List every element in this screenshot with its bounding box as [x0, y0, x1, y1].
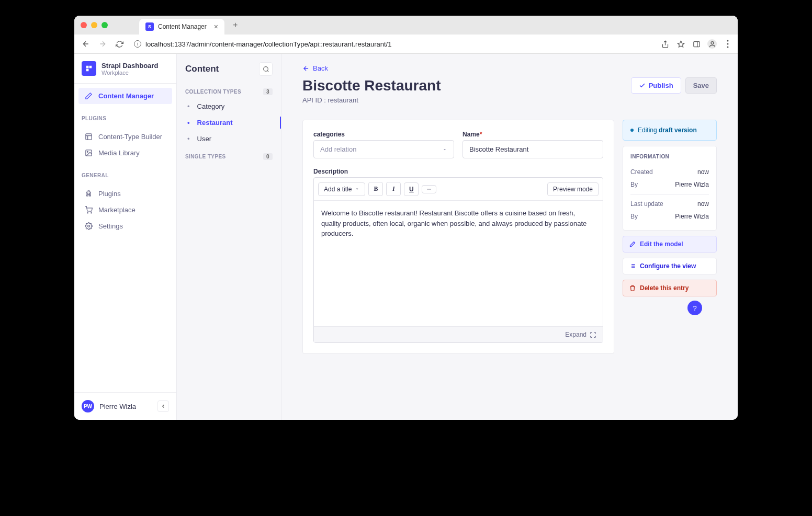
svg-point-5 — [727, 43, 729, 45]
editor-expand-button[interactable]: Expand — [314, 326, 603, 342]
save-button[interactable]: Save — [685, 77, 717, 94]
edit-model-button[interactable]: Edit the model — [623, 236, 717, 253]
help-fab-button[interactable]: ? — [687, 301, 702, 315]
window-close-icon[interactable] — [81, 22, 87, 28]
back-link[interactable]: Back — [302, 64, 717, 72]
editor-toolbar: Add a title B I U Preview mode — [314, 178, 603, 201]
nav-back-button[interactable] — [80, 38, 92, 50]
delete-entry-button[interactable]: Delete this entry — [623, 280, 717, 296]
window-maximize-icon[interactable] — [102, 22, 108, 28]
heading-dropdown[interactable]: Add a title — [318, 182, 365, 196]
nav-content-type-builder[interactable]: Content-Type Builder — [78, 129, 172, 145]
name-label: Name* — [463, 131, 603, 138]
collection-item-restaurant[interactable]: Restaurant — [177, 114, 281, 131]
more-button[interactable] — [422, 185, 436, 193]
layout-icon — [84, 133, 93, 141]
bold-button[interactable]: B — [368, 182, 383, 196]
preview-mode-button[interactable]: Preview mode — [547, 182, 599, 196]
brand-title: Strapi Dashboard — [102, 62, 158, 70]
status-box: Editing draft version — [623, 120, 717, 141]
heading-label: Add a title — [324, 186, 352, 193]
description-editor: Add a title B I U Preview mode — [313, 177, 603, 343]
svg-rect-9 — [86, 69, 89, 72]
main-content: Back Biscotte Restaurant API ID : restau… — [281, 54, 738, 420]
info-card: INFORMATION Creatednow ByPierre Wizla La… — [623, 146, 717, 231]
publish-label: Publish — [649, 82, 673, 89]
brand-block[interactable]: Strapi Dashboard Workplace — [74, 54, 176, 84]
bookmark-star-icon[interactable] — [676, 39, 685, 49]
expand-icon — [590, 331, 596, 338]
user-name: Pierre Wizla — [99, 403, 152, 410]
svg-point-20 — [428, 189, 428, 189]
single-types-header: SINGLE TYPES — [185, 154, 226, 159]
browser-chrome: S Content Manager × + i localhost:1337/a… — [74, 16, 738, 54]
nav-media-library[interactable]: Media Library — [78, 145, 172, 161]
nav-header-general: GENERAL — [74, 165, 176, 181]
check-icon — [639, 82, 646, 89]
panel-icon[interactable] — [692, 39, 701, 49]
svg-line-19 — [267, 71, 268, 72]
svg-point-4 — [727, 40, 729, 42]
nav-reload-button[interactable] — [113, 38, 126, 50]
collection-types-header: COLLECTION TYPES — [185, 89, 241, 95]
search-icon — [263, 66, 269, 73]
svg-point-3 — [711, 41, 714, 44]
puzzle-icon — [84, 190, 93, 198]
name-input[interactable] — [463, 140, 603, 158]
svg-point-21 — [429, 189, 430, 189]
tab-close-icon[interactable]: × — [214, 22, 218, 31]
site-info-icon[interactable]: i — [134, 40, 141, 48]
gear-icon — [84, 222, 93, 230]
status-prefix: Editing — [638, 127, 659, 134]
content-search-button[interactable] — [259, 62, 273, 76]
created-by-label: By — [630, 181, 638, 188]
nav-plugins[interactable]: Plugins — [78, 186, 172, 202]
browser-menu-icon[interactable] — [723, 39, 732, 49]
editor-textarea[interactable]: Welcome to Biscotte restaurant! Restaura… — [314, 201, 603, 326]
nav-header-plugins: PLUGINS — [74, 108, 176, 124]
underline-button[interactable]: U — [404, 182, 419, 196]
nav-content-manager[interactable]: Content Manager — [78, 88, 172, 104]
nav-label: Content Manager — [98, 92, 154, 100]
avatar[interactable]: PW — [82, 400, 94, 412]
nav-settings[interactable]: Settings — [78, 218, 172, 234]
nav-forward-button[interactable] — [96, 38, 109, 50]
dots-icon — [427, 188, 431, 190]
updated-label: Last update — [630, 200, 663, 208]
browser-tab[interactable]: S Content Manager × — [139, 19, 224, 35]
sidebar-collapse-button[interactable] — [157, 400, 169, 412]
collection-item-user[interactable]: User — [177, 131, 281, 147]
configure-view-label: Configure the view — [640, 262, 696, 270]
right-column: Editing draft version INFORMATION Create… — [623, 120, 717, 354]
address-bar: i localhost:1337/admin/content-manager/c… — [74, 35, 738, 54]
page-title: Biscotte Restaurant — [302, 77, 441, 94]
publish-button[interactable]: Publish — [631, 77, 681, 94]
categories-label: categories — [313, 131, 454, 138]
new-tab-button[interactable]: + — [233, 20, 238, 30]
url-text: localhost:1337/admin/content-manager/col… — [145, 40, 391, 48]
svg-rect-7 — [86, 66, 89, 68]
italic-button[interactable]: I — [386, 182, 401, 196]
url-field[interactable]: i localhost:1337/admin/content-manager/c… — [130, 40, 660, 48]
collection-item-label: Category — [197, 102, 225, 110]
collection-item-category[interactable]: Category — [177, 98, 281, 114]
single-types-count: 0 — [263, 153, 273, 160]
nav-label: Marketplace — [98, 206, 136, 214]
configure-view-button[interactable]: Configure the view — [623, 258, 717, 274]
categories-select[interactable]: Add relation — [313, 140, 454, 158]
delete-entry-label: Delete this entry — [640, 284, 689, 292]
nav-marketplace[interactable]: Marketplace — [78, 202, 172, 218]
svg-point-15 — [87, 213, 88, 213]
pencil-icon — [84, 92, 93, 100]
info-header: INFORMATION — [630, 154, 709, 159]
profile-icon[interactable] — [707, 39, 717, 49]
edit-model-label: Edit the model — [640, 240, 683, 248]
window-minimize-icon[interactable] — [91, 22, 97, 28]
nav-label: Content-Type Builder — [98, 133, 162, 141]
svg-point-18 — [263, 66, 268, 71]
share-icon[interactable] — [660, 39, 670, 49]
tab-title: Content Manager — [158, 23, 207, 30]
collection-item-label: User — [197, 135, 211, 143]
caret-down-icon — [442, 147, 447, 152]
browser-window: S Content Manager × + i localhost:1337/a… — [74, 16, 738, 420]
